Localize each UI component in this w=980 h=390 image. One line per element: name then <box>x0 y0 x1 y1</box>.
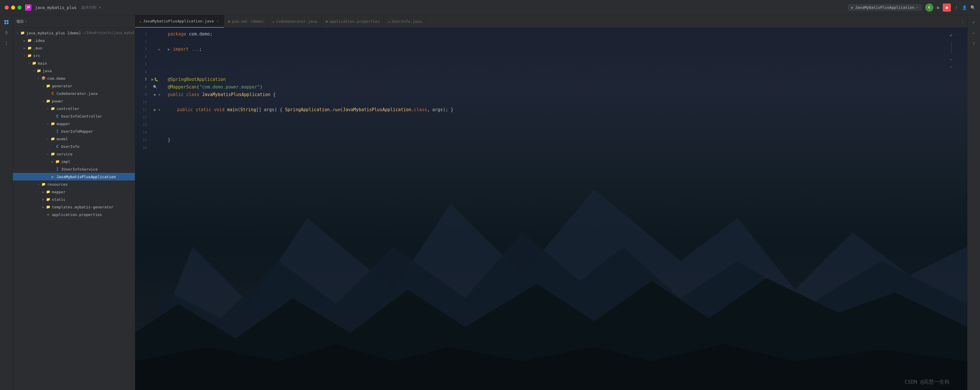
cls-springapp: SpringApplication <box>285 106 330 114</box>
interface-icon-userinfomapper: I <box>55 128 60 134</box>
traffic-light-yellow[interactable] <box>11 6 15 10</box>
gutter-9: ▶ <box>151 91 159 98</box>
tab-pom[interactable]: m pom.xml (demo) <box>224 15 268 28</box>
tree-arrow-idea: ▶ <box>22 38 27 43</box>
fold-9[interactable]: ▼ <box>159 91 163 98</box>
tab-userinfo[interactable]: ☕ UserInfo.java <box>384 15 426 28</box>
gutter-7: ▶ 🐛 <box>151 76 159 83</box>
tree-item-power[interactable]: ▾ 📁 power <box>13 97 135 105</box>
tree-item-service[interactable]: ▾ 📁 service <box>13 150 135 158</box>
tab-close-main[interactable]: ✕ <box>216 19 220 23</box>
line-num-1: 1 <box>140 30 149 38</box>
class-icon-userinfo: C <box>55 144 60 149</box>
folder-icon-static: 📁 <box>45 197 51 202</box>
traffic-light-red[interactable] <box>5 6 9 10</box>
right-panel-icon-edit[interactable]: ✏ <box>969 28 978 37</box>
profile-button[interactable]: G <box>925 3 933 12</box>
traffic-light-green[interactable] <box>18 6 22 10</box>
tree-item-comdemo[interactable]: ▾ 📦 com.demo <box>13 75 135 82</box>
bookmark-icon-8[interactable]: 🔍 <box>153 85 158 89</box>
run-icon-9[interactable]: ▶ <box>154 92 156 97</box>
tree-item-resources[interactable]: ▾ 📁 resources <box>13 181 135 188</box>
tree-item-static[interactable]: ▶ 📁 static <box>13 196 135 203</box>
line-numbers: 1 2 3 4 5 6 7 8 9 10 11 12 13 14 15 16 <box>135 28 151 390</box>
tree-item-userinfo[interactable]: ▶ C UserInfo <box>13 143 135 150</box>
folder-icon-impl: 📁 <box>55 159 60 164</box>
tree-label-static: static <box>52 197 65 202</box>
tab-codegen[interactable]: ☕ CodeGenerator.java <box>268 15 321 28</box>
code-content[interactable]: package com.demo ; ▶ import ... ; <box>163 28 967 390</box>
props-icon-appprops: ⚙ <box>45 212 51 217</box>
version-control-label[interactable]: 版本控制 ▾ <box>81 5 101 10</box>
run-icon-7[interactable]: ▶ <box>151 78 154 81</box>
folder-icon-src: 📁 <box>27 53 32 58</box>
tab-appprops[interactable]: ⚙ application.properties <box>321 15 384 28</box>
tree-item-controller[interactable]: ▾ 📁 controller <box>13 105 135 113</box>
run-button[interactable]: ■ <box>943 3 951 12</box>
right-panel-icon-check[interactable]: ✓ <box>969 17 978 27</box>
settings-icon[interactable]: ⚙ <box>937 5 939 10</box>
line-num-11: 11 <box>140 106 149 114</box>
param-args2: args <box>432 106 443 114</box>
editor-area: ☕ JavaMybatisPlusApplication.java ✕ m po… <box>135 15 967 390</box>
tree-item-root[interactable]: ▾ 📁 java_mybatis_plus [demo] ~/IdeaProje… <box>13 29 135 36</box>
tab-more-button[interactable]: ⋮ <box>958 15 967 28</box>
tree-item-main[interactable]: ▾ 📁 main <box>13 59 135 67</box>
fold-3[interactable]: ▶ <box>159 45 163 53</box>
tree-item-mapper-res[interactable]: ▶ 📁 mapper <box>13 188 135 196</box>
tree-item-javamybatisapp[interactable]: ▶ ▶ JavaMybatisPlusApplication <box>13 173 135 181</box>
right-panel: ✓ ✏ r <box>967 15 980 390</box>
sidebar-icon-commit[interactable] <box>2 28 11 37</box>
tab-main[interactable]: ☕ JavaMybatisPlusApplication.java ✕ <box>135 15 224 28</box>
tree-content: ▾ 📁 java_mybatis_plus [demo] ~/IdeaProje… <box>13 28 135 390</box>
tree-item-src[interactable]: ▾ 📁 src <box>13 52 135 59</box>
tree-item-model[interactable]: ▾ 📁 model <box>13 135 135 143</box>
svg-rect-0 <box>4 20 6 22</box>
tree-item-mvn[interactable]: ▶ 📁 .mvn <box>13 44 135 52</box>
tree-item-templates[interactable]: ▶ 📁 templates.mybatis-generator <box>13 203 135 211</box>
line-num-15: 15 <box>140 136 149 144</box>
fold-icon-9[interactable]: ▼ <box>159 93 160 96</box>
tree-item-generator[interactable]: ▾ 📁 generator <box>13 82 135 90</box>
tree-arrow-templates: ▶ <box>41 205 45 209</box>
sidebar-icon-more[interactable] <box>2 38 11 48</box>
check-icon: ✓ <box>950 32 953 38</box>
tree-item-impl[interactable]: ▶ 📁 impl <box>13 158 135 165</box>
run-icon-11[interactable]: ▶ <box>154 108 156 112</box>
code-line-9: public class JavaMybatisPlusApplication … <box>168 91 963 98</box>
package-icon-comdemo: 📦 <box>41 76 46 81</box>
gutter-8: 🔍 <box>151 83 159 91</box>
tree-arrow-resources: ▾ <box>36 182 41 187</box>
tab-label-userinfo: UserInfo.java <box>392 19 422 24</box>
gutter-1 <box>151 30 159 38</box>
tree-item-iuserinfoservice[interactable]: ▶ I IUserInfoService <box>13 165 135 173</box>
tree-item-java[interactable]: ▾ 📁 java <box>13 67 135 75</box>
tree-arrow-mapper-res: ▶ <box>41 189 45 194</box>
user-icon[interactable]: 👤 <box>962 5 967 10</box>
tree-item-idea[interactable]: ▶ 📁 .idea <box>13 36 135 44</box>
folder-icon-controller: 📁 <box>50 106 55 111</box>
run-configuration[interactable]: ▶ JavaMybatisPlusApplication ▾ <box>848 4 921 11</box>
tree-item-userinfoctrl[interactable]: ▶ C UserInfoController <box>13 113 135 120</box>
line-num-13: 13 <box>140 121 149 128</box>
fold-icon-3[interactable]: ▶ <box>159 48 160 51</box>
tree-item-appprops[interactable]: ▶ ⚙ application.properties <box>13 211 135 218</box>
search-icon[interactable]: 🔍 <box>970 5 975 10</box>
tree-path-root: ~/IdeaProjects/java_mybatis_... <box>82 31 135 35</box>
fold-icon-11[interactable]: ▼ <box>159 108 160 111</box>
fold-import-icon[interactable]: ▶ <box>168 45 170 53</box>
code-line-5 <box>168 60 963 68</box>
tree-label-root: java_mybatis_plus [demo] <box>26 31 81 35</box>
more-icon[interactable]: ⋮ <box>955 5 958 10</box>
debug-icon-7[interactable]: 🐛 <box>154 78 159 81</box>
class-icon-userinfoctrl: C <box>55 114 60 119</box>
fold-11[interactable]: ▼ <box>159 106 163 114</box>
sidebar-icon-project[interactable] <box>2 17 11 27</box>
kw-import: import <box>170 45 191 53</box>
tree-item-userinfomapper[interactable]: ▶ I UserInfoMapper <box>13 127 135 135</box>
folder-icon-model: 📁 <box>50 136 55 141</box>
tree-item-codegenerator[interactable]: ▶ C CodeGenerator.java <box>13 90 135 97</box>
line-num-12: 12 <box>140 114 149 121</box>
tree-item-mapper[interactable]: ▾ 📁 mapper <box>13 120 135 127</box>
right-panel-icon-r[interactable]: r <box>969 38 978 48</box>
